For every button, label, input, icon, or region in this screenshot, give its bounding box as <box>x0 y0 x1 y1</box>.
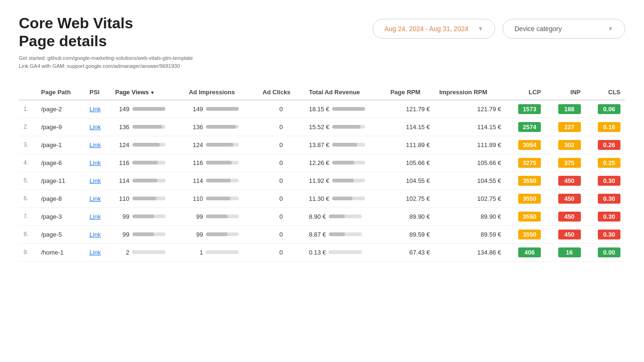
row-ad-clicks: 0 <box>258 100 304 118</box>
row-cls: 0.30 <box>586 172 625 189</box>
table-row: 9. /home-1 Link 2 1 0 0.13 € 67.43 € 134… <box>19 243 625 261</box>
row-page-rpm: 121.79 € <box>386 100 435 118</box>
row-page-views: 114 <box>111 172 184 189</box>
data-table: Page Path PSI Page Views Ad Impressions … <box>19 85 625 262</box>
row-inp: 188 <box>546 100 585 118</box>
row-inp: 16 <box>546 243 585 261</box>
row-path: /page-5 <box>36 225 85 243</box>
row-total-ad-revenue: 8.90 € <box>304 207 386 225</box>
row-total-ad-revenue: 11.92 € <box>304 172 386 189</box>
row-psi[interactable]: Link <box>85 207 110 225</box>
row-impression-rpm: 104.55 € <box>434 172 505 189</box>
table-row: 2. /page-9 Link 136 136 0 15.52 € 114.15… <box>19 118 625 136</box>
row-total-ad-revenue: 0.13 € <box>304 243 386 261</box>
row-psi[interactable]: Link <box>85 172 110 189</box>
row-num: 7. <box>19 207 36 225</box>
row-path: /page-8 <box>36 189 85 207</box>
row-lcp: 406 <box>506 243 546 261</box>
row-ad-impressions: 99 <box>184 207 258 225</box>
col-cls: CLS <box>586 85 625 100</box>
row-page-rpm: 104.55 € <box>386 172 435 189</box>
row-inp: 450 <box>546 189 585 207</box>
row-num: 9. <box>19 243 36 261</box>
row-num: 2. <box>19 118 36 136</box>
row-num: 4. <box>19 154 36 172</box>
device-filter-label: Device category <box>514 25 562 33</box>
row-psi[interactable]: Link <box>85 136 110 154</box>
row-total-ad-revenue: 11.30 € <box>304 189 386 207</box>
row-ad-impressions: 136 <box>184 118 258 136</box>
date-filter-dropdown[interactable]: Aug 24, 2024 - Aug 31, 2024 ▼ <box>373 19 495 39</box>
row-ad-impressions: 124 <box>184 136 258 154</box>
row-page-views: 99 <box>111 207 184 225</box>
row-page-rpm: 89.90 € <box>386 207 435 225</box>
table-row: 4. /page-6 Link 116 116 0 12.26 € 105.66… <box>19 154 625 172</box>
row-inp: 302 <box>546 136 585 154</box>
row-ad-clicks: 0 <box>258 243 304 261</box>
col-ad-clicks: Ad Clicks <box>258 85 304 100</box>
device-filter-dropdown[interactable]: Device category ▼ <box>503 19 625 39</box>
row-page-views: 2 <box>111 243 184 261</box>
row-cls: 0.06 <box>586 100 625 118</box>
row-ad-clicks: 0 <box>258 172 304 189</box>
row-ad-impressions: 116 <box>184 154 258 172</box>
table-row: 6. /page-8 Link 110 110 0 11.30 € 102.75… <box>19 189 625 207</box>
row-ad-impressions: 1 <box>184 243 258 261</box>
row-psi[interactable]: Link <box>85 100 110 118</box>
row-ad-clicks: 0 <box>258 207 304 225</box>
row-ad-clicks: 0 <box>258 154 304 172</box>
col-page-path: Page Path <box>36 85 85 100</box>
row-page-rpm: 67.43 € <box>386 243 435 261</box>
row-psi[interactable]: Link <box>85 189 110 207</box>
row-psi[interactable]: Link <box>85 118 110 136</box>
row-psi[interactable]: Link <box>85 154 110 172</box>
row-total-ad-revenue: 18.15 € <box>304 100 386 118</box>
row-cls: 0.30 <box>586 189 625 207</box>
row-psi[interactable]: Link <box>85 225 110 243</box>
row-total-ad-revenue: 13.87 € <box>304 136 386 154</box>
row-cls: 0.26 <box>586 136 625 154</box>
table-row: 7. /page-3 Link 99 99 0 8.90 € 89.90 € 8… <box>19 207 625 225</box>
row-impression-rpm: 89.59 € <box>434 225 505 243</box>
row-path: /page-1 <box>36 136 85 154</box>
col-page-views[interactable]: Page Views <box>111 85 184 100</box>
row-path: /page-6 <box>36 154 85 172</box>
row-page-views: 99 <box>111 225 184 243</box>
row-page-rpm: 105.66 € <box>386 154 435 172</box>
row-ad-impressions: 110 <box>184 189 258 207</box>
data-table-container: Page Path PSI Page Views Ad Impressions … <box>19 85 625 262</box>
row-path: /page-9 <box>36 118 85 136</box>
table-row: 5. /page-11 Link 114 114 0 11.92 € 104.5… <box>19 172 625 189</box>
row-impression-rpm: 102.75 € <box>434 189 505 207</box>
table-row: 3. /page-1 Link 124 124 0 13.87 € 111.89… <box>19 136 625 154</box>
row-total-ad-revenue: 12.26 € <box>304 154 386 172</box>
col-page-rpm: Page RPM <box>386 85 435 100</box>
row-num: 3. <box>19 136 36 154</box>
row-lcp: 3054 <box>506 136 546 154</box>
row-psi[interactable]: Link <box>85 243 110 261</box>
row-page-views: 116 <box>111 154 184 172</box>
row-ad-impressions: 114 <box>184 172 258 189</box>
row-inp: 450 <box>546 207 585 225</box>
row-impression-rpm: 89.90 € <box>434 207 505 225</box>
title-block: Core Web Vitals Page details Get started… <box>19 14 193 71</box>
row-lcp: 3275 <box>506 154 546 172</box>
row-ad-impressions: 99 <box>184 225 258 243</box>
row-num: 5. <box>19 172 36 189</box>
row-lcp: 3550 <box>506 207 546 225</box>
row-impression-rpm: 114.15 € <box>434 118 505 136</box>
row-ad-impressions: 149 <box>184 100 258 118</box>
row-total-ad-revenue: 15.52 € <box>304 118 386 136</box>
table-row: 1. /page-2 Link 149 149 0 18.15 € 121.79… <box>19 100 625 118</box>
row-cls: 0.30 <box>586 225 625 243</box>
col-impression-rpm: Impression RPM <box>434 85 505 100</box>
row-ad-clicks: 0 <box>258 136 304 154</box>
row-num: 8. <box>19 225 36 243</box>
row-inp: 375 <box>546 154 585 172</box>
row-lcp: 3550 <box>506 172 546 189</box>
row-path: /page-2 <box>36 100 85 118</box>
row-page-rpm: 102.75 € <box>386 189 435 207</box>
row-ad-clicks: 0 <box>258 189 304 207</box>
device-filter-arrow-icon: ▼ <box>608 25 613 32</box>
row-cls: 0.25 <box>586 154 625 172</box>
